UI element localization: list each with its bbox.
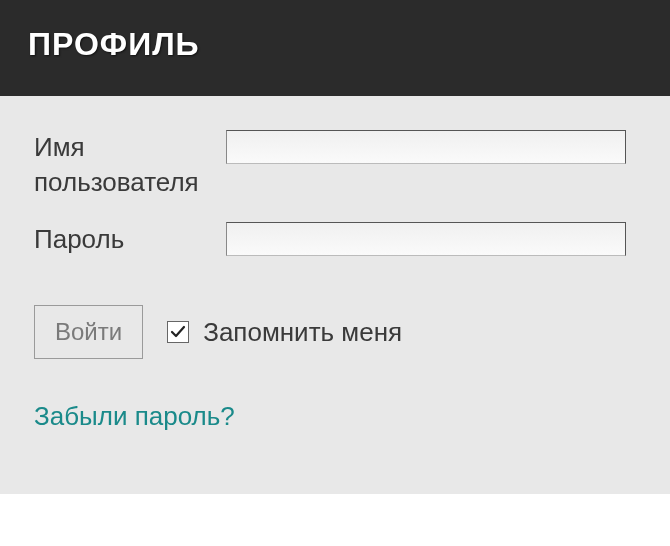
forgot-password-link[interactable]: Забыли пароль? bbox=[34, 401, 235, 431]
remember-me-label: Запомнить меня bbox=[203, 317, 402, 348]
widget-header: ПРОФИЛЬ bbox=[0, 0, 670, 96]
widget-title: ПРОФИЛЬ bbox=[28, 26, 200, 63]
profile-login-widget: ПРОФИЛЬ Имя пользователя Пароль Войти За… bbox=[0, 0, 670, 494]
remember-me-checkbox[interactable] bbox=[167, 321, 189, 343]
login-button[interactable]: Войти bbox=[34, 305, 143, 359]
password-input[interactable] bbox=[226, 222, 626, 256]
widget-body: Имя пользователя Пароль Войти Запомнить … bbox=[0, 96, 670, 494]
username-label: Имя пользователя bbox=[34, 130, 226, 200]
password-row: Пароль bbox=[34, 222, 636, 257]
username-input[interactable] bbox=[226, 130, 626, 164]
password-label: Пароль bbox=[34, 222, 226, 257]
checkmark-icon bbox=[170, 324, 186, 340]
actions-row: Войти Запомнить меня bbox=[34, 305, 636, 359]
username-row: Имя пользователя bbox=[34, 130, 636, 200]
remember-me-wrap: Запомнить меня bbox=[167, 317, 402, 348]
